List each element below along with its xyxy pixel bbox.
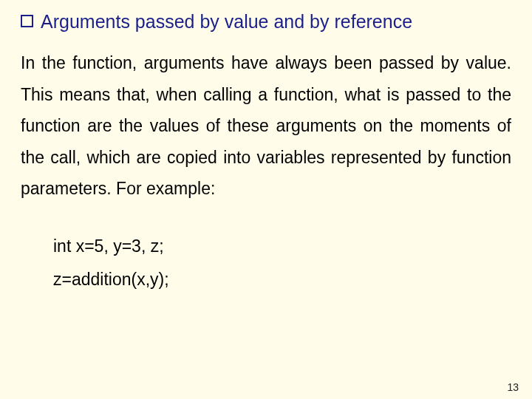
body-paragraph: In the function, arguments have always b… [21,47,511,205]
section-heading: Arguments passed by value and by referen… [21,10,511,33]
code-line-1: int x=5, y=3, z; [53,230,511,263]
code-line-2: z=addition(x,y); [53,263,511,296]
square-bullet-icon [21,15,33,27]
code-example: int x=5, y=3, z; z=addition(x,y); [53,230,511,296]
page-number: 13 [507,381,519,393]
heading-text: Arguments passed by value and by referen… [41,10,412,33]
